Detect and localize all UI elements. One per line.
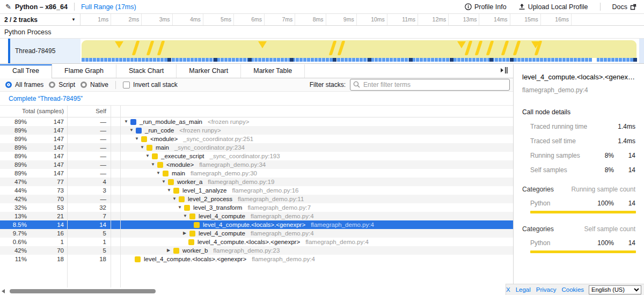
call-tree-row[interactable]: 11%1818level_4_compute.<locals>.<genexpr… <box>0 255 513 263</box>
expand-arrow-down-icon[interactable]: ▼ <box>162 178 168 186</box>
tab-stack-chart[interactable]: Stack Chart <box>116 64 177 78</box>
radio-script[interactable]: Script <box>49 81 75 88</box>
categories-label: Categories <box>522 186 572 193</box>
call-tree-row[interactable]: 89%147—▼_run_code<frozen runpy> <box>0 126 513 135</box>
call-tree-row[interactable]: 89%147—▼_execute_script_sync_coordinator… <box>0 152 513 160</box>
call-tree-row[interactable]: 89%147—▼<module>flamegraph_demo.py:34 <box>0 160 513 169</box>
ruler-tick: 3ms <box>142 14 172 25</box>
expand-arrow-down-icon[interactable]: ▼ <box>167 186 173 195</box>
radio-icon <box>80 82 87 88</box>
column-divider <box>67 106 68 287</box>
footer-link-privacy[interactable]: Privacy <box>536 286 557 293</box>
process-track-header[interactable]: Python Process <box>0 26 644 39</box>
thread-track-label[interactable]: Thread-78495 <box>10 39 80 63</box>
expand-arrow-down-icon[interactable]: ▼ <box>129 126 136 135</box>
radio-native[interactable]: Native <box>80 81 108 88</box>
call-tree-row[interactable]: 89%147—▼_run_module_as_main<frozen runpy… <box>0 117 513 126</box>
expand-arrow-down-icon[interactable]: ▼ <box>124 117 130 126</box>
expand-arrow-down-icon[interactable]: ▼ <box>151 160 157 169</box>
horizontal-scrollbar[interactable] <box>0 287 513 295</box>
expand-arrow-down-icon[interactable]: ▼ <box>156 169 163 178</box>
language-select[interactable]: English (US) <box>589 285 641 294</box>
category-square-icon <box>163 171 169 176</box>
call-tree-row[interactable]: 32%5332▼level_3_transformflamegraph_demo… <box>0 203 513 212</box>
invert-call-stack-checkbox[interactable]: Invert call stack <box>123 81 178 88</box>
radio-all-frames[interactable]: All frames <box>5 81 43 88</box>
call-tree-row[interactable]: 13%217▼level_4_computeflamegraph_demo.py… <box>0 212 513 220</box>
total-percent: 9.7% <box>0 229 27 238</box>
self-cell: 4 <box>67 178 111 186</box>
expand-arrow-right-icon[interactable]: ▶ <box>183 229 189 238</box>
expand-arrow-down-icon[interactable]: ▼ <box>145 152 152 160</box>
filter-stacks-input[interactable] <box>350 79 510 91</box>
edit-profile-name-icon[interactable]: ✎ <box>5 3 11 11</box>
footer-link-cookies[interactable]: Cookies <box>562 286 584 293</box>
self-cell: 14 <box>67 220 111 229</box>
call-tree-row[interactable]: 44%733▼level_1_analyzeflamegraph_demo.py… <box>0 186 513 195</box>
self-column-header[interactable]: Self <box>67 106 111 117</box>
tracks-scrollbar[interactable] <box>639 39 644 63</box>
sidebar-node-title: level_4_compute.<locals>.<genex… <box>522 73 635 81</box>
timeline-ruler[interactable]: 1ms2ms3ms4ms5ms6ms7ms8ms9ms10ms11ms12ms1… <box>80 14 644 25</box>
expand-arrow-down-icon[interactable]: ▼ <box>172 195 179 203</box>
total-samples-column-header[interactable]: Total (samples) <box>0 106 67 117</box>
cpu-usage-graph <box>82 40 636 58</box>
call-tree-row[interactable]: 0.6%11level_4_compute.<locals>.<genexpr>… <box>0 238 513 246</box>
tab-marker-table[interactable]: Marker Table <box>241 64 305 78</box>
gap-cell <box>111 169 120 178</box>
expand-arrow-down-icon[interactable]: ▼ <box>183 212 189 220</box>
ruler-tick: 5ms <box>203 14 234 25</box>
call-tree-row[interactable]: 9.7%165▶level_4_computeflamegraph_demo.p… <box>0 229 513 238</box>
marker-triangle-icon[interactable] <box>457 41 466 48</box>
upload-profile-button[interactable]: Upload Local Profile <box>518 3 588 11</box>
complete-thread-breadcrumb[interactable]: Complete “Thread-78495” <box>9 95 83 102</box>
categories-kind-label: Self sample count <box>584 225 635 233</box>
tree-cell: level_4_compute.<locals>.<genexpr>flameg… <box>120 255 513 263</box>
function-name: worker_a <box>177 178 202 186</box>
scroll-left-arrow-icon[interactable] <box>2 289 5 293</box>
track-graph[interactable] <box>80 39 639 63</box>
footer-link-x[interactable]: X <box>506 286 510 293</box>
call-tree-row[interactable]: 42%705▶worker_bflamegraph_demo.py:23 <box>0 246 513 255</box>
categories-header: CategoriesSelf sample count <box>522 225 635 233</box>
total-percent: 42% <box>0 195 27 203</box>
marker-triangle-icon[interactable] <box>258 41 267 48</box>
call-tree-row[interactable]: 47%774▼worker_aflamegraph_demo.py:19 <box>0 178 513 186</box>
total-count: 147 <box>27 160 67 169</box>
expand-arrow-down-icon[interactable]: ▼ <box>178 203 184 212</box>
call-tree-row[interactable]: 89%147—▼mainflamegraph_demo.py:30 <box>0 169 513 178</box>
detail-percent <box>591 123 614 130</box>
call-tree-row[interactable]: 89%147—▼<module>_sync_coordinator.py:251 <box>0 135 513 143</box>
detail-percent <box>591 137 614 145</box>
expand-arrow-down-icon[interactable]: ▼ <box>135 135 141 143</box>
total-count: 21 <box>27 212 67 220</box>
file-location: flamegraph_demo.py:4 <box>311 220 374 229</box>
full-range-breadcrumb[interactable]: Full Range (17ms) <box>81 3 136 11</box>
category-percent: 100% <box>591 200 614 207</box>
tab-marker-chart[interactable]: Marker Chart <box>177 64 241 78</box>
gap-cell <box>111 195 120 203</box>
tracks-dropdown-button[interactable]: 2 / 2 tracks ▼ <box>0 14 80 25</box>
footer-link-legal[interactable]: Legal <box>516 286 531 293</box>
call-tree-row[interactable]: 8.5%1414level_4_compute.<locals>.<genexp… <box>0 220 513 229</box>
tree-cell: level_4_compute.<locals>.<genexpr>flameg… <box>120 220 513 229</box>
expand-arrow-right-icon[interactable]: ▶ <box>167 246 173 255</box>
tab-flame-graph[interactable]: Flame Graph <box>52 64 116 78</box>
total-cell: 47%77 <box>0 178 67 186</box>
function-name: level_4_compute <box>199 229 245 238</box>
total-count: 147 <box>27 126 67 135</box>
sidebar-toggle-button[interactable] <box>499 67 508 76</box>
profile-info-button[interactable]: Profile Info <box>465 3 507 11</box>
gap-cell <box>111 212 120 220</box>
expand-arrow-down-icon[interactable]: ▼ <box>140 143 147 152</box>
tree-cell: ▼main_sync_coordinator.py:234 <box>120 143 513 152</box>
categories-header: CategoriesRunning sample count <box>522 186 635 193</box>
sample-dark-segment <box>489 58 493 62</box>
tab-call-tree[interactable]: Call Tree <box>0 64 52 78</box>
footer-links: XLegalPrivacyCookies <box>506 286 584 293</box>
scrollbar-thumb[interactable] <box>10 289 156 293</box>
call-tree-row[interactable]: 89%147—▼main_sync_coordinator.py:234 <box>0 143 513 152</box>
marker-triangle-icon[interactable] <box>115 41 123 48</box>
docs-button[interactable]: Docs <box>612 3 636 11</box>
call-tree-row[interactable]: 42%70—▼level_2_processflamegraph_demo.py… <box>0 195 513 203</box>
